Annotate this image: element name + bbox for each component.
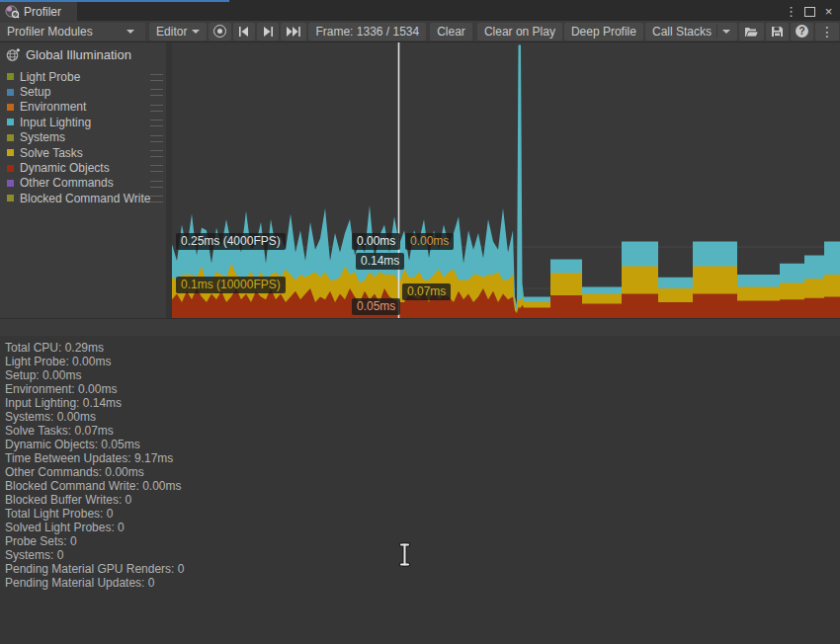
frame-counter: Frame: 1336 / 1534: [308, 23, 426, 40]
legend-item[interactable]: Environment: [0, 100, 166, 115]
drag-handle-icon[interactable]: [150, 135, 163, 142]
drag-handle-icon[interactable]: [150, 120, 163, 126]
editor-target-dropdown[interactable]: Editor: [149, 23, 207, 40]
call-stacks-label: Call Stacks: [652, 25, 712, 39]
legend-item-label: Dynamic Objects: [20, 161, 110, 175]
legend-item[interactable]: Systems: [0, 130, 166, 145]
stat-line: Input Lighting: 0.14ms: [5, 396, 840, 410]
stat-line: Systems: 0: [5, 548, 840, 562]
legend-item-label: Solve Tasks: [20, 146, 83, 160]
legend-item-label: Input Lighting: [20, 116, 91, 129]
stat-line: Total CPU: 0.29ms: [5, 341, 840, 355]
stat-line: Total Light Probes: 0: [5, 507, 840, 521]
legend-item[interactable]: Dynamic Objects: [0, 160, 166, 175]
chart-value-label: 0.00ms: [405, 233, 454, 250]
legend-item[interactable]: Other Commands: [0, 176, 166, 191]
module-header[interactable]: Global Illumination: [0, 42, 166, 66]
profiler-chart[interactable]: 0.25ms (4000FPS)0.1ms (10000FPS)0.00ms0.…: [172, 42, 840, 318]
legend-color-chip: [7, 165, 14, 172]
profiler-icon: [5, 5, 20, 19]
maximize-icon: [804, 7, 815, 17]
global-illumination-icon: [6, 48, 20, 62]
legend-item-label: Systems: [20, 130, 65, 144]
save-icon: [771, 26, 784, 38]
stat-line: Pending Material Updates: 0: [5, 576, 840, 590]
chart-value-label: 0.14ms: [356, 253, 404, 270]
toolbar-more-button[interactable]: ⋮: [815, 23, 839, 40]
clear-on-play-button[interactable]: Clear on Play: [477, 23, 562, 40]
drag-handle-icon[interactable]: [150, 105, 163, 112]
window-close-button[interactable]: ×: [819, 3, 838, 20]
stat-line: Solve Tasks: 0.07ms: [5, 424, 840, 438]
help-icon: ?: [796, 25, 808, 38]
stat-line: Environment: 0.00ms: [5, 382, 840, 396]
stat-line: Light Probe: 0.00ms: [5, 355, 840, 368]
legend-color-chip: [7, 73, 14, 80]
editor-label: Editor: [156, 25, 187, 39]
window-more-button[interactable]: ⋮: [782, 3, 800, 20]
profiler-toolbar: Profiler Modules Editor Frame: 1336 / 15…: [0, 21, 840, 42]
stat-line: Blocked Buffer Writes: 0: [5, 493, 840, 507]
record-button[interactable]: [209, 23, 231, 40]
save-profile-button[interactable]: [766, 23, 789, 40]
tab-profiler[interactable]: Profiler: [0, 2, 77, 21]
deep-profile-button[interactable]: Deep Profile: [564, 23, 643, 40]
record-icon: [213, 25, 226, 38]
drag-handle-icon[interactable]: [150, 89, 163, 96]
legend-color-chip: [7, 195, 14, 201]
load-profile-button[interactable]: [739, 23, 764, 40]
legend-color-chip: [7, 134, 14, 141]
stat-line: Blocked Command Write: 0.00ms: [5, 479, 840, 493]
drag-handle-icon[interactable]: [150, 74, 163, 81]
details-pane: Total CPU: 0.29msLight Probe: 0.00msSetu…: [0, 336, 840, 644]
chart-legend: Light ProbeSetupEnvironmentInput Lightin…: [0, 66, 166, 206]
ibeam-cursor: [398, 542, 411, 571]
legend-color-chip: [7, 180, 14, 187]
current-frame-icon: [286, 27, 301, 37]
module-sidebar: Global Illumination Light ProbeSetupEnvi…: [0, 42, 166, 318]
open-folder-icon: [744, 26, 759, 38]
drag-handle-icon[interactable]: [150, 181, 163, 188]
profiler-modules-dropdown[interactable]: Profiler Modules: [0, 23, 145, 40]
legend-item[interactable]: Input Lighting: [0, 115, 166, 129]
pane-separator[interactable]: [0, 318, 840, 336]
deep-profile-label: Deep Profile: [571, 25, 636, 39]
stat-line: Time Between Updates: 9.17ms: [5, 451, 840, 465]
window-maximize-button[interactable]: [800, 3, 819, 20]
chart-value-label: 0.05ms: [352, 298, 400, 315]
module-title: Global Illumination: [26, 47, 131, 62]
stat-line: Probe Sets: 0: [5, 534, 840, 548]
clear-on-play-label: Clear on Play: [484, 25, 555, 39]
drag-handle-icon[interactable]: [150, 165, 163, 172]
drag-handle-icon[interactable]: [150, 196, 163, 202]
legend-item[interactable]: Blocked Command Write: [0, 191, 166, 205]
call-stacks-button[interactable]: Call Stacks: [645, 23, 737, 40]
current-frame-button[interactable]: [281, 23, 306, 40]
next-frame-button[interactable]: [257, 23, 279, 40]
profiler-modules-label: Profiler Modules: [7, 25, 93, 39]
chevron-down-icon: [126, 30, 134, 34]
chevron-down-icon: [722, 30, 730, 34]
stat-line: Systems: 0.00ms: [5, 410, 840, 424]
title-bar: Profiler ⋮ ×: [0, 0, 840, 21]
drag-handle-icon[interactable]: [150, 150, 163, 157]
legend-item[interactable]: Setup: [0, 84, 166, 99]
legend-item-label: Light Probe: [20, 70, 80, 84]
legend-item-label: Environment: [20, 100, 86, 114]
legend-color-chip: [7, 149, 14, 156]
chart-value-label: 0.1ms (10000FPS): [176, 277, 286, 293]
legend-item[interactable]: Light Probe: [0, 69, 166, 84]
help-button[interactable]: ?: [791, 23, 813, 40]
stat-line: Solved Light Probes: 0: [5, 521, 840, 534]
legend-item-label: Other Commands: [20, 176, 114, 190]
frame-counter-label: Frame: 1336 / 1534: [315, 25, 419, 39]
legend-item-label: Blocked Command Write: [20, 192, 151, 205]
tab-title: Profiler: [24, 5, 61, 19]
clear-button[interactable]: Clear: [430, 23, 472, 40]
stat-line: Pending Material GPU Renders: 0: [5, 562, 840, 576]
previous-frame-button[interactable]: [233, 23, 255, 40]
legend-color-chip: [7, 119, 14, 125]
stat-line: Dynamic Objects: 0.05ms: [5, 438, 840, 451]
legend-item[interactable]: Solve Tasks: [0, 145, 166, 160]
chart-value-label: 0.00ms: [352, 233, 400, 250]
